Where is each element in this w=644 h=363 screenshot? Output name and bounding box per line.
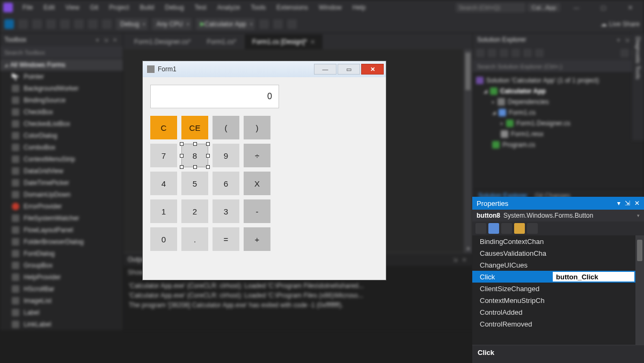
toolbox-search[interactable]: Search Toolbox bbox=[0, 46, 123, 59]
global-search[interactable]: Search (Ctrl+Q) bbox=[456, 3, 525, 12]
menu-item[interactable]: Help bbox=[348, 2, 370, 13]
tree-node[interactable]: Form1.resx bbox=[476, 129, 641, 139]
dropdown-icon[interactable]: ▾ bbox=[617, 199, 620, 207]
toolbox-item[interactable]: FileSystemWatcher bbox=[0, 212, 123, 224]
start-debug-button[interactable]: ▶ Calculator App bbox=[196, 18, 255, 30]
toolbox-item[interactable]: DomainUpDown bbox=[0, 189, 123, 201]
toolbox-item[interactable]: DateTimePicker bbox=[0, 177, 123, 189]
nav-back-icon[interactable] bbox=[4, 19, 14, 29]
calc-button-6[interactable]: 6 bbox=[213, 172, 239, 195]
event-name[interactable]: ClientSizeChanged bbox=[472, 285, 553, 293]
event-name[interactable]: ControlAdded bbox=[472, 308, 553, 316]
calc-button-ce[interactable]: CE bbox=[181, 116, 208, 139]
calc-button-dot[interactable]: . bbox=[181, 227, 208, 251]
calc-button-mul[interactable]: X bbox=[244, 172, 270, 195]
properties-icon[interactable] bbox=[535, 49, 544, 57]
toolbox-item[interactable]: CheckedListBox bbox=[0, 118, 123, 130]
calc-button-8[interactable]: 8 bbox=[181, 144, 208, 167]
platform-select[interactable]: Any CPU bbox=[152, 18, 191, 30]
undo-icon[interactable] bbox=[88, 19, 98, 29]
menu-item[interactable]: Test bbox=[191, 2, 211, 13]
redo-icon[interactable] bbox=[102, 19, 112, 29]
form-minimize-button[interactable]: — bbox=[314, 64, 336, 75]
showall-icon[interactable] bbox=[523, 49, 532, 57]
toolbox-item[interactable]: BindingSource bbox=[0, 94, 123, 106]
collapse-icon[interactable] bbox=[511, 49, 520, 57]
toolbox-item[interactable]: GroupBox bbox=[0, 260, 123, 271]
tree-node[interactable]: ◢Form1.cs bbox=[476, 107, 641, 118]
pin-icon[interactable]: ⇲ bbox=[625, 199, 630, 207]
panel-controls[interactable]: ▾ ⇲ ✕ bbox=[96, 37, 119, 43]
properties-event-list[interactable]: BindingContextChan CausesValidationCha C… bbox=[472, 235, 644, 345]
form-designer-window[interactable]: Form1 — ▭ ✕ 0 C CE ( ) 7 8 9 ÷ 4 5 6 X 1… bbox=[142, 61, 386, 280]
project-node[interactable]: ◢Calculator App bbox=[476, 86, 641, 97]
doc-tab[interactable]: Form1.cs* bbox=[199, 34, 244, 49]
form-titlebar[interactable]: Form1 — ▭ ✕ bbox=[143, 61, 386, 77]
toolbox-item[interactable]: ColorDialog bbox=[0, 130, 123, 142]
menu-item[interactable]: Extensions bbox=[272, 2, 312, 13]
diagnostic-tools-rail[interactable]: Diagnostic Tools bbox=[632, 33, 644, 140]
live-share-button[interactable]: ☁ Live Share bbox=[601, 20, 640, 28]
toolbox-item[interactable]: HelpProvider bbox=[0, 271, 123, 283]
properties-icon[interactable] bbox=[501, 223, 512, 234]
tree-node[interactable]: ▸Form1.Designer.cs bbox=[476, 118, 641, 129]
event-name[interactable]: ControlRemoved bbox=[472, 320, 553, 328]
doc-tab[interactable]: Form1.Designer.cs* bbox=[127, 34, 198, 49]
calc-button-7[interactable]: 7 bbox=[150, 144, 177, 167]
tree-node[interactable]: Program.cs bbox=[476, 139, 641, 150]
events-icon[interactable] bbox=[514, 223, 525, 234]
menu-item[interactable]: Edit bbox=[39, 2, 59, 13]
toolbox-item[interactable]: BackgroundWorker bbox=[0, 83, 123, 94]
calc-button-0[interactable]: 0 bbox=[150, 227, 177, 251]
event-name[interactable]: ChangeUICues bbox=[472, 261, 553, 269]
event-name[interactable]: ContextMenuStripCh bbox=[472, 297, 553, 305]
calc-display[interactable]: 0 bbox=[150, 85, 279, 108]
calc-button-c[interactable]: C bbox=[150, 116, 177, 139]
properties-scrollbar[interactable] bbox=[635, 235, 644, 345]
calc-button-3[interactable]: 3 bbox=[213, 199, 239, 223]
calc-button-9[interactable]: 9 bbox=[213, 144, 239, 167]
menu-item[interactable]: Project bbox=[105, 2, 133, 13]
categorized-icon[interactable] bbox=[475, 223, 486, 234]
config-select[interactable]: Debug bbox=[116, 18, 148, 30]
solution-badge[interactable]: Cal...App bbox=[528, 3, 560, 12]
calc-button-eq[interactable]: = bbox=[213, 227, 239, 251]
calc-button-2[interactable]: 2 bbox=[181, 199, 208, 223]
window-minimize-icon[interactable]: — bbox=[566, 3, 587, 12]
sync-icon[interactable] bbox=[488, 49, 496, 57]
doc-tab-active[interactable]: Form1.cs [Design]*✕ bbox=[245, 34, 323, 49]
wrench-icon[interactable] bbox=[620, 49, 629, 57]
menu-item[interactable]: File bbox=[18, 2, 37, 13]
tool-icon[interactable] bbox=[259, 19, 269, 29]
calc-button-add[interactable]: + bbox=[244, 227, 270, 251]
toolbox-item[interactable]: ImageList bbox=[0, 295, 123, 307]
toolbox-item[interactable]: FlowLayoutPanel bbox=[0, 224, 123, 236]
event-name[interactable]: CausesValidationCha bbox=[472, 249, 553, 257]
event-name[interactable]: BindingContextChan bbox=[472, 238, 553, 246]
window-maximize-icon[interactable]: ▢ bbox=[592, 3, 614, 13]
scroll-down-icon[interactable]: ▾ bbox=[464, 244, 472, 253]
event-handler-input[interactable]: button_Click bbox=[553, 272, 634, 281]
solution-search[interactable]: Search Solution Explorer (Ctrl+;) bbox=[473, 60, 644, 73]
tool-icon[interactable] bbox=[287, 19, 297, 29]
menu-item[interactable]: Analyze bbox=[213, 2, 245, 13]
tool-icon[interactable] bbox=[273, 19, 283, 29]
properties-object-select[interactable]: button8System.Windows.Forms.Button bbox=[472, 210, 644, 221]
toolbox-item[interactable]: DataGridView bbox=[0, 165, 123, 177]
open-icon[interactable] bbox=[46, 19, 56, 29]
menu-item[interactable]: View bbox=[61, 2, 84, 13]
toolbox-item[interactable]: LinkLabel bbox=[0, 318, 123, 330]
scrollbar-thumb[interactable] bbox=[465, 53, 471, 90]
calc-button-1[interactable]: 1 bbox=[150, 199, 177, 223]
nav-fwd-icon[interactable] bbox=[18, 19, 28, 29]
toolbox-item[interactable]: CheckBox bbox=[0, 106, 123, 118]
menu-item[interactable]: Tools bbox=[246, 2, 270, 13]
menu-item[interactable]: Window bbox=[314, 2, 346, 13]
menu-item[interactable]: Build bbox=[136, 2, 159, 13]
output-body[interactable]: 'Calculator App.exe' (CoreCLR: clrhost):… bbox=[123, 279, 472, 312]
toolbox-item[interactable]: ContextMenuStrip bbox=[0, 153, 123, 165]
close-icon[interactable]: ✕ bbox=[634, 199, 640, 207]
messages-icon[interactable] bbox=[527, 223, 538, 234]
solution-root[interactable]: Solution 'Calculator App' (1 of 1 projec… bbox=[476, 75, 641, 86]
window-close-icon[interactable]: ✕ bbox=[619, 3, 641, 13]
